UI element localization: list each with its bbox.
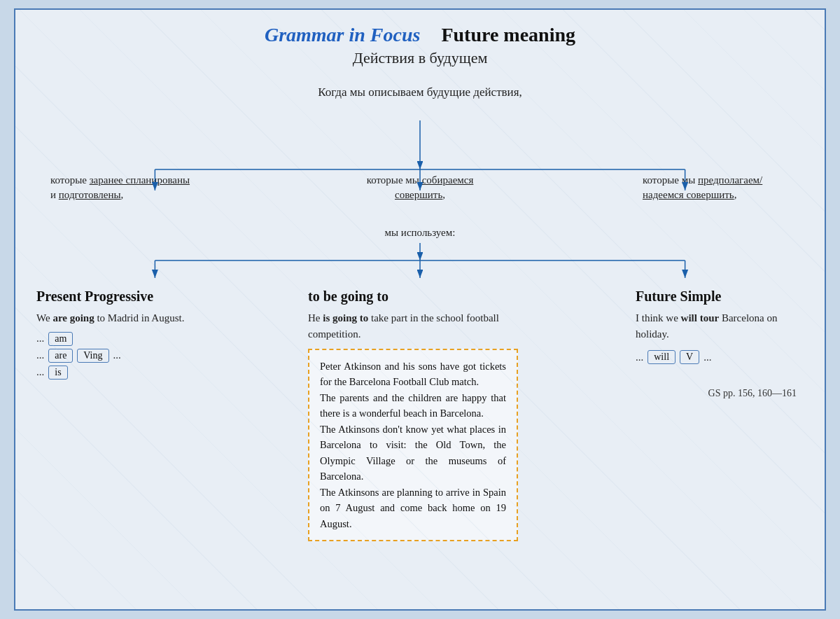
uses-label: мы используем:	[385, 225, 456, 240]
am-form: ... am	[36, 332, 190, 346]
header: Grammar in Focus Future meaning Действия…	[36, 24, 804, 67]
top-text: Когда мы описываем будущие действия,	[36, 78, 804, 99]
is-pill: is	[48, 366, 67, 380]
present-progressive-col: Present Progressive We are going to Madr…	[36, 288, 190, 382]
bottom-section: Present Progressive We are going to Madr…	[36, 288, 804, 541]
future-title: Future meaning	[441, 24, 575, 46]
are-pill: are	[48, 349, 73, 363]
is-form: ... is	[36, 366, 190, 380]
dotted-box: Peter Atkinson and his sons have got tic…	[308, 349, 518, 541]
to-be-going-to-col: to be going to He is going to take part …	[308, 288, 518, 541]
branch-center: которые мы собираемся совершить,	[343, 173, 497, 202]
ving-pill: Ving	[77, 349, 108, 363]
future-simple-example: I think we will tour Barcelona on holida…	[636, 310, 804, 342]
page-container: Grammar in Focus Future meaning Действия…	[14, 8, 826, 611]
present-progressive-title: Present Progressive	[36, 288, 190, 305]
are-form: ... are Ving ...	[36, 349, 190, 363]
will-form: ... will V ...	[636, 350, 804, 364]
present-progressive-example: We are going to Madrid in August.	[36, 310, 190, 326]
future-simple-col: Future Simple I think we will tour Barce…	[636, 288, 804, 399]
subtitle: Действия в будущем	[36, 49, 804, 67]
grammar-title: Grammar in Focus	[265, 24, 421, 46]
branch-left: которые заранее спланированы и подготовл…	[50, 173, 190, 202]
gs-ref: GS pp. 156, 160—161	[636, 367, 804, 399]
branch-right: которые мы предполагаем/надеемся соверши…	[643, 173, 790, 202]
am-pill: am	[48, 332, 73, 346]
to-be-going-to-example: He is going to take part in the school f…	[308, 310, 518, 342]
v-pill: V	[680, 350, 699, 364]
to-be-going-to-title: to be going to	[308, 288, 518, 305]
future-simple-title: Future Simple	[636, 288, 804, 305]
will-pill: will	[648, 350, 676, 364]
diagram-wrapper: Когда мы описываем будущие действия,	[36, 78, 804, 281]
header-line1: Grammar in Focus Future meaning	[36, 24, 804, 46]
dotted-box-text: Peter Atkinson and his sons have got tic…	[320, 361, 506, 529]
